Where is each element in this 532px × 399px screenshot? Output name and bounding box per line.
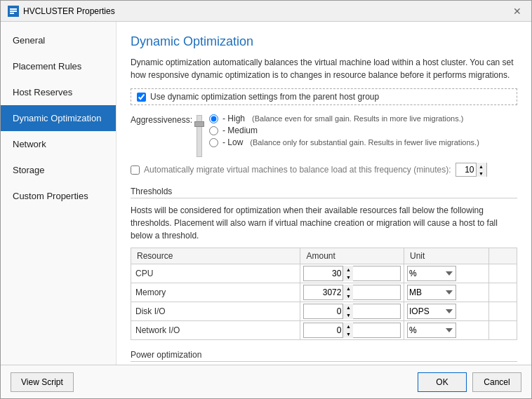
page-title: Dynamic Optimization [131, 34, 517, 49]
title-bar: HVCLUSTER Properties ✕ [1, 1, 531, 22]
aggressiveness-section: Aggressiveness: - High (Balance even fo [131, 114, 517, 157]
unit-select-3[interactable]: %MB [407, 323, 456, 338]
radio-low[interactable] [209, 138, 218, 147]
col-resource: Resource [131, 248, 300, 264]
dialog-window: HVCLUSTER Properties ✕ General Placement… [0, 0, 532, 399]
sidebar-item-host-reserves[interactable]: Host Reserves [1, 79, 116, 105]
svg-rect-3 [10, 13, 14, 14]
radio-medium-row: - Medium [209, 126, 479, 135]
amount-cell: ▲▼ [300, 264, 404, 283]
spin-down-0[interactable]: ▼ [343, 273, 353, 281]
unit-cell: %MB [404, 321, 489, 340]
ok-button[interactable]: OK [418, 372, 467, 392]
amount-input-wrap: ▲▼ [303, 304, 401, 319]
dialog-footer: View Script OK Cancel [1, 365, 531, 398]
spin-btns-1: ▲▼ [343, 285, 353, 300]
view-script-button[interactable]: View Script [11, 372, 74, 392]
amount-input-disk-i/o[interactable] [304, 306, 343, 316]
radio-high-desc: (Balance even for small gain. Results in… [252, 114, 463, 123]
use-parent-settings-label: Use dynamic optimization settings from t… [150, 92, 379, 102]
use-parent-settings-checkbox[interactable] [137, 93, 146, 102]
title-bar-left: HVCLUSTER Properties [8, 6, 115, 17]
amount-input-memory[interactable] [304, 288, 343, 297]
description-text: Dynamic optimization automatically balan… [131, 56, 517, 81]
spin-btns-2: ▲▼ [343, 304, 353, 319]
spin-down-2[interactable]: ▼ [343, 311, 353, 319]
spin-down-3[interactable]: ▼ [343, 330, 353, 338]
extra-cell [488, 321, 517, 340]
spin-down-1[interactable]: ▼ [343, 292, 353, 300]
radio-low-row: - Low (Balance only for substantial gain… [209, 137, 479, 147]
window-icon [8, 6, 19, 17]
auto-migrate-spin-buttons: ▲ ▼ [476, 163, 486, 177]
spin-btns-0: ▲▼ [343, 266, 353, 281]
aggressiveness-slider[interactable] [197, 115, 202, 157]
thresholds-section: Thresholds Hosts will be considered for … [131, 187, 517, 340]
radio-medium[interactable] [209, 126, 218, 135]
spin-up-1[interactable]: ▲ [343, 285, 353, 292]
dialog-title: HVCLUSTER Properties [23, 6, 115, 16]
radio-high-label: - High [222, 114, 245, 123]
auto-migrate-spinbox: ▲ ▼ [455, 163, 487, 177]
aggressiveness-label: Aggressiveness: [131, 114, 194, 125]
sidebar-item-dynamic-optimization[interactable]: Dynamic Optimization [1, 105, 116, 131]
table-row: Network I/O▲▼%MB [131, 321, 517, 340]
unit-select-0[interactable]: %MB [407, 266, 456, 281]
auto-migrate-spin-up[interactable]: ▲ [477, 163, 486, 170]
radio-high[interactable] [209, 114, 218, 123]
threshold-table: Resource Amount Unit CPU▲▼%MBMemory▲▼MBG… [131, 248, 517, 340]
cancel-button[interactable]: Cancel [472, 372, 521, 392]
svg-rect-2 [10, 11, 17, 12]
auto-migrate-label: Automatically migrate virtual machines t… [144, 165, 451, 175]
auto-migrate-input[interactable] [456, 163, 476, 176]
resource-cell: Network I/O [131, 321, 300, 340]
sidebar-item-custom-properties[interactable]: Custom Properties [1, 183, 116, 209]
resource-cell: Disk I/O [131, 302, 300, 321]
amount-cell: ▲▼ [300, 283, 404, 302]
extra-cell [488, 264, 517, 283]
thresholds-description: Hosts will be considered for optimizatio… [131, 204, 517, 242]
unit-select-1[interactable]: MBGB [407, 285, 456, 300]
auto-migrate-checkbox[interactable] [131, 165, 140, 175]
auto-migrate-spin-down[interactable]: ▼ [477, 170, 486, 177]
table-row: Memory▲▼MBGB [131, 283, 517, 302]
power-section-header: Power optimization [131, 350, 517, 362]
auto-migrate-row: Automatically migrate virtual machines t… [131, 163, 517, 177]
amount-cell: ▲▼ [300, 321, 404, 340]
amount-cell: ▲▼ [300, 302, 404, 321]
unit-cell: IOPS% [404, 302, 489, 321]
amount-input-wrap: ▲▼ [303, 323, 401, 338]
unit-select-2[interactable]: IOPS% [407, 304, 456, 319]
col-amount: Amount [300, 248, 404, 264]
close-button[interactable]: ✕ [510, 4, 524, 18]
extra-cell [488, 283, 517, 302]
sidebar-item-storage[interactable]: Storage [1, 157, 116, 183]
power-section: Power optimization Enable power optimiza… [131, 350, 517, 365]
spin-btns-3: ▲▼ [343, 323, 353, 338]
table-row: Disk I/O▲▼IOPS% [131, 302, 517, 321]
col-extra [488, 248, 517, 264]
sidebar: General Placement Rules Host Reserves Dy… [1, 22, 117, 365]
spin-up-2[interactable]: ▲ [343, 304, 353, 311]
unit-cell: MBGB [404, 283, 489, 302]
dialog-body: General Placement Rules Host Reserves Dy… [1, 22, 531, 365]
amount-input-wrap: ▲▼ [303, 266, 401, 281]
sidebar-item-network[interactable]: Network [1, 131, 116, 157]
table-row: CPU▲▼%MB [131, 264, 517, 283]
radio-low-label: - Low [222, 137, 243, 147]
radio-group: - High (Balance even for small gain. Res… [209, 114, 479, 147]
radio-high-row: - High (Balance even for small gain. Res… [209, 114, 479, 123]
thresholds-header: Thresholds [131, 187, 517, 198]
sidebar-item-placement-rules[interactable]: Placement Rules [1, 53, 116, 79]
amount-input-cpu[interactable] [304, 269, 343, 278]
sidebar-item-general[interactable]: General [1, 27, 116, 53]
resource-cell: Memory [131, 283, 300, 302]
footer-buttons: OK Cancel [418, 372, 521, 392]
amount-input-network-i/o[interactable] [304, 325, 343, 335]
spin-up-3[interactable]: ▲ [343, 323, 353, 330]
col-unit: Unit [404, 248, 489, 264]
resource-cell: CPU [131, 264, 300, 283]
spin-up-0[interactable]: ▲ [343, 266, 353, 273]
use-parent-settings-row: Use dynamic optimization settings from t… [131, 88, 517, 105]
main-content: Dynamic Optimization Dynamic optimizatio… [117, 22, 531, 365]
